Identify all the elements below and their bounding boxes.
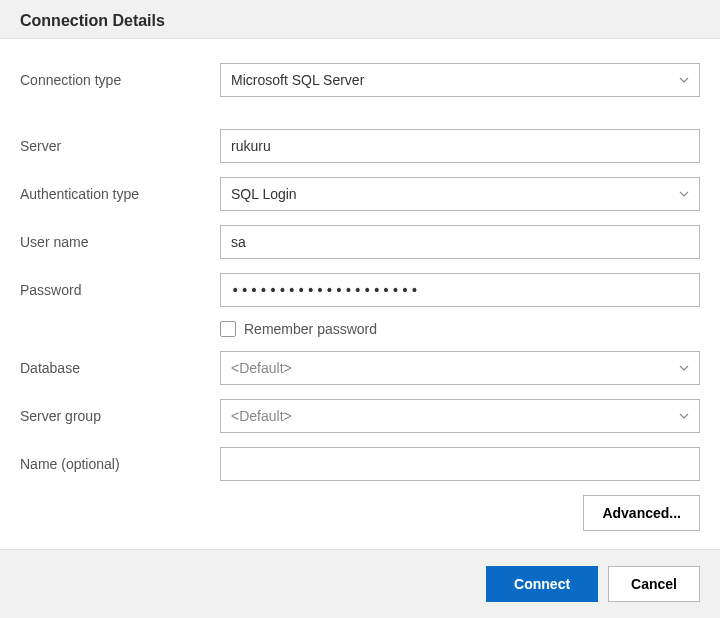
name-input[interactable] [220,447,700,481]
label-remember-password[interactable]: Remember password [244,321,377,337]
password-input[interactable] [220,273,700,307]
advanced-button[interactable]: Advanced... [583,495,700,531]
database-select[interactable]: <Default> [220,351,700,385]
database-value: <Default> [231,360,292,376]
dialog-container: Connection Details Connection type Micro… [0,0,720,618]
row-name: Name (optional) [20,447,700,481]
row-username: User name [20,225,700,259]
row-password: Password [20,273,700,307]
auth-type-select[interactable]: SQL Login [220,177,700,211]
row-advanced: Advanced... [20,495,700,531]
label-server-group: Server group [20,408,220,424]
label-database: Database [20,360,220,376]
auth-type-value: SQL Login [231,186,297,202]
label-username: User name [20,234,220,250]
dialog-footer: Connect Cancel [0,549,720,618]
server-group-value: <Default> [231,408,292,424]
row-connection-type: Connection type Microsoft SQL Server [20,63,700,97]
label-name: Name (optional) [20,456,220,472]
connection-type-select[interactable]: Microsoft SQL Server [220,63,700,97]
username-input[interactable] [220,225,700,259]
dialog-body: Connection type Microsoft SQL Server Ser… [0,39,720,541]
label-password: Password [20,282,220,298]
row-database: Database <Default> [20,351,700,385]
server-input[interactable] [220,129,700,163]
cancel-button[interactable]: Cancel [608,566,700,602]
row-server-group: Server group <Default> [20,399,700,433]
row-auth-type: Authentication type SQL Login [20,177,700,211]
remember-password-checkbox[interactable] [220,321,236,337]
connect-button[interactable]: Connect [486,566,598,602]
label-server: Server [20,138,220,154]
row-remember: Remember password [20,321,700,337]
label-connection-type: Connection type [20,72,220,88]
server-group-select[interactable]: <Default> [220,399,700,433]
label-auth-type: Authentication type [20,186,220,202]
row-server: Server [20,129,700,163]
dialog-title: Connection Details [20,12,700,30]
dialog-header: Connection Details [0,0,720,39]
connection-type-value: Microsoft SQL Server [231,72,364,88]
